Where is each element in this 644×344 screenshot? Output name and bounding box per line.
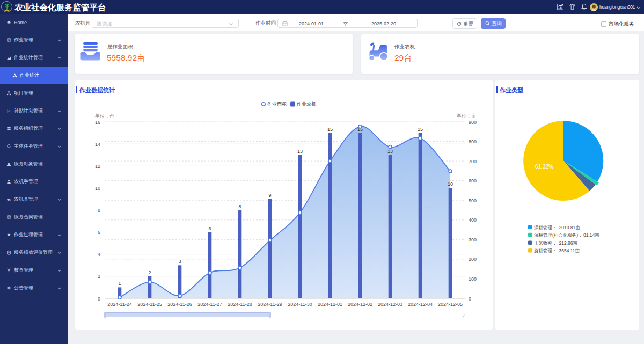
svg-text:2024-12-01: 2024-12-01 [318,302,342,307]
svg-text:2024-12-05: 2024-12-05 [438,302,463,307]
svg-text:6: 6 [98,230,100,235]
svg-text:0: 0 [98,296,100,302]
svg-text:2: 2 [98,274,100,279]
svg-text:2010.81亩: 2010.81亩 [559,225,581,230]
svg-text:0: 0 [469,296,471,302]
svg-text:2024-12-04: 2024-12-04 [408,302,433,307]
svg-text:61.32%: 61.32% [535,164,553,170]
svg-text:13: 13 [387,149,393,154]
svg-text:2024-12-02: 2024-12-02 [348,302,372,307]
svg-text:深耕管理：: 深耕管理： [534,225,557,230]
svg-text:2: 2 [148,270,151,275]
svg-text:212.86亩: 212.86亩 [559,240,578,246]
svg-text:800: 800 [469,139,477,144]
svg-text:12: 12 [95,164,100,169]
svg-text:15: 15 [418,127,423,132]
svg-text:10: 10 [95,186,100,191]
svg-text:16: 16 [95,120,100,125]
svg-text:单位：亩: 单位：亩 [457,113,476,119]
svg-text:深耕管理(社会化服务)：: 深耕管理(社会化服务)： [534,232,583,238]
svg-text:3: 3 [178,259,181,264]
svg-text:500: 500 [469,198,477,203]
svg-text:13: 13 [297,149,303,154]
svg-text:300: 300 [469,237,477,243]
svg-text:2024-12-03: 2024-12-03 [378,302,402,307]
svg-text:1: 1 [118,281,121,286]
svg-text:2024-11-24: 2024-11-24 [107,302,131,307]
svg-text:2024-11-29: 2024-11-29 [258,302,282,307]
svg-text:作业面积: 作业面积 [267,101,287,107]
svg-text:2024-11-28: 2024-11-28 [228,302,252,307]
svg-text:4: 4 [98,252,100,257]
svg-text:单位：台: 单位：台 [95,113,114,119]
svg-text:900: 900 [469,120,477,125]
svg-text:15: 15 [327,127,333,132]
svg-text:2024-11-26: 2024-11-26 [167,302,192,307]
svg-text:作业农机: 作业农机 [296,101,316,107]
svg-text:10: 10 [448,181,453,187]
svg-text:81.14亩: 81.14亩 [583,232,599,238]
svg-text:200: 200 [469,257,477,262]
svg-text:玉米收割：: 玉米收割： [534,240,557,246]
svg-text:8: 8 [98,208,100,213]
svg-text:6: 6 [208,226,211,231]
svg-text:600: 600 [469,178,477,184]
svg-text:旋耕管理：: 旋耕管理： [534,248,557,253]
svg-text:400: 400 [469,217,477,223]
svg-text:14: 14 [95,142,100,147]
svg-text:3654.11亩: 3654.11亩 [559,248,580,253]
svg-text:100: 100 [469,276,477,282]
svg-text:9: 9 [268,193,271,198]
svg-text:8: 8 [238,204,241,209]
svg-text:2024-11-25: 2024-11-25 [137,302,162,307]
svg-text:2024-11-30: 2024-11-30 [288,302,312,307]
svg-text:700: 700 [469,159,477,164]
svg-text:2024-11-27: 2024-11-27 [197,302,222,307]
